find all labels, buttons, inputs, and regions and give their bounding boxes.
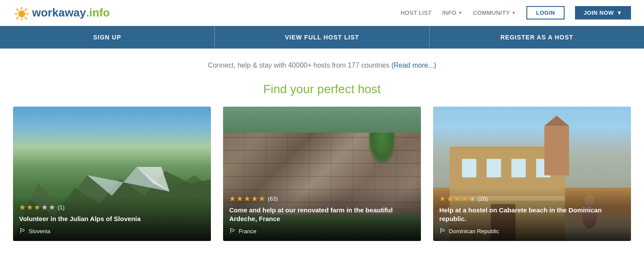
svg-line-5 — [16, 9, 19, 11]
svg-point-0 — [18, 10, 25, 17]
flag-icon-france: 🏳 — [229, 227, 236, 235]
card-location-france: 🏳 France — [229, 227, 415, 235]
card-overlay-dominican: ★ ★ ★ ★ ★★ (20) Help at a hostel on Caba… — [433, 187, 631, 241]
card-title-slovenia: Volunteer in the Julian Alps of Slovenia — [19, 215, 205, 223]
star-f3: ★ — [244, 194, 250, 203]
nav-info[interactable]: INFO ▼ — [442, 10, 463, 16]
subnav-view-host-list[interactable]: VIEW FULL HOST LIST — [215, 26, 430, 49]
star-d5-half: ★★ — [469, 194, 475, 203]
hero-text: Connect, help & stay with 40000+ hosts f… — [0, 49, 644, 74]
card-title-france: Come and help at our renovated farm in t… — [229, 206, 415, 223]
svg-rect-17 — [487, 159, 501, 177]
star-f4: ★ — [251, 194, 258, 203]
star-1: ★ — [19, 203, 26, 212]
subnav-register-host[interactable]: REGISTER AS A HOST — [430, 26, 644, 49]
logo-text-work: workaway — [32, 6, 86, 20]
svg-rect-18 — [512, 159, 526, 177]
flag-icon-slovenia: 🏳 — [19, 227, 26, 235]
star-3: ★ — [34, 203, 40, 212]
nav-community[interactable]: COMMUNITY ▼ — [473, 10, 516, 16]
join-button[interactable]: JOIN NOW ▼ — [575, 6, 631, 20]
join-dropdown-icon: ▼ — [617, 10, 622, 16]
star-4: ★ — [41, 203, 48, 212]
svg-line-6 — [25, 17, 27, 19]
star-f1: ★ — [229, 194, 236, 203]
read-more-link[interactable]: (Read more...) — [391, 62, 436, 69]
subnav: SIGN UP VIEW FULL HOST LIST REGISTER AS … — [0, 26, 644, 49]
logo-sun-icon — [13, 5, 30, 20]
cards-container: ★ ★ ★ ★ ★ (1) Volunteer in the Julian Al… — [0, 107, 644, 241]
logo[interactable]: workaway.info — [13, 5, 110, 20]
card-france[interactable]: ★ ★ ★ ★ ★ (63) Come and help at our reno… — [223, 107, 421, 241]
star-d3: ★ — [454, 194, 460, 203]
svg-rect-20 — [545, 126, 569, 175]
card-dominican[interactable]: ★ ★ ★ ★ ★★ (20) Help at a hostel on Caba… — [433, 107, 631, 241]
svg-line-7 — [25, 9, 27, 11]
star-d4: ★ — [461, 194, 468, 203]
star-d2: ★ — [447, 194, 453, 203]
card-stars-slovenia: ★ ★ ★ ★ ★ (1) — [19, 203, 205, 212]
star-2: ★ — [26, 203, 33, 212]
svg-line-8 — [16, 17, 19, 19]
review-count-france: (63) — [268, 195, 278, 202]
info-dropdown-icon: ▼ — [458, 10, 463, 15]
login-button[interactable]: LOGIN — [526, 6, 565, 20]
card-title-dominican: Help at a hostel on Cabarete beach in th… — [439, 206, 625, 223]
star-f5: ★ — [259, 194, 265, 203]
card-overlay-france: ★ ★ ★ ★ ★ (63) Come and help at our reno… — [223, 187, 421, 241]
logo-dot: . — [86, 6, 89, 20]
card-location-slovenia: 🏳 Slovenia — [19, 227, 205, 235]
nav-links: HOST LIST INFO ▼ COMMUNITY ▼ LOGIN JOIN … — [401, 6, 631, 20]
review-count-dominican: (20) — [478, 195, 488, 202]
navbar: workaway.info HOST LIST INFO ▼ COMMUNITY… — [0, 0, 644, 26]
nav-host-list[interactable]: HOST LIST — [401, 10, 431, 16]
star-5: ★ — [49, 203, 55, 212]
community-dropdown-icon: ▼ — [512, 10, 516, 15]
review-count-slovenia: (1) — [58, 204, 65, 211]
star-d1: ★ — [439, 194, 446, 203]
find-host-title: Find your perfect host — [0, 74, 644, 107]
star-f2: ★ — [237, 194, 243, 203]
svg-rect-16 — [462, 159, 476, 177]
sky-area — [223, 107, 421, 133]
card-slovenia[interactable]: ★ ★ ★ ★ ★ (1) Volunteer in the Julian Al… — [13, 107, 211, 241]
subnav-signup[interactable]: SIGN UP — [0, 26, 215, 49]
card-stars-dominican: ★ ★ ★ ★ ★★ (20) — [439, 194, 625, 203]
card-location-dominican: 🏳 Dominican Republic — [439, 227, 625, 235]
card-stars-france: ★ ★ ★ ★ ★ (63) — [229, 194, 415, 203]
flag-icon-dominican: 🏳 — [439, 227, 446, 235]
card-overlay-slovenia: ★ ★ ★ ★ ★ (1) Volunteer in the Julian Al… — [13, 196, 211, 241]
logo-text-info: info — [89, 6, 110, 20]
